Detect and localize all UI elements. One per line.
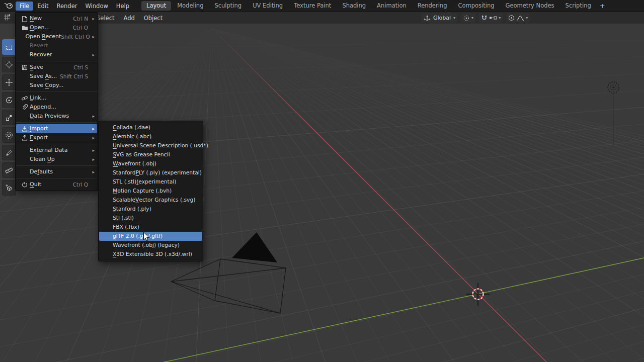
- menu-item-revert[interactable]: Revert: [16, 41, 97, 50]
- tab-scripting[interactable]: Scripting: [560, 1, 596, 11]
- save-icon: [20, 64, 30, 70]
- viewport-menu-object[interactable]: Object: [139, 14, 167, 23]
- menu-item-quit[interactable]: QuitCtrl Q: [16, 180, 97, 189]
- pivot-point-dropdown[interactable]: ▾: [461, 13, 475, 23]
- menu-separator: [16, 178, 97, 178]
- menu-item-label: Save Copy...: [30, 81, 88, 90]
- tool-rotate[interactable]: [2, 92, 16, 108]
- submenu-arrow-icon: ▸: [90, 124, 95, 133]
- viewport-header-controls: Global ▾ ▾ ▾ ▾: [422, 13, 530, 23]
- import-item-alembic-abc[interactable]: Alembic (.abc): [99, 132, 202, 141]
- menubar-item-file[interactable]: File: [16, 2, 33, 11]
- chevron-down-icon: ▾: [471, 16, 473, 20]
- tab-texture-paint[interactable]: Texture Paint: [289, 1, 336, 11]
- proportional-editing-controls: ▾: [506, 13, 530, 23]
- transform-icon: [5, 131, 13, 139]
- tab-animation[interactable]: Animation: [372, 1, 412, 11]
- tool-measure[interactable]: [2, 162, 16, 178]
- tab-geometry-nodes[interactable]: Geometry Nodes: [501, 1, 559, 11]
- blender-logo-icon[interactable]: [4, 3, 13, 9]
- link-icon: [20, 96, 30, 101]
- import-item-stanford-ply[interactable]: Stanford (.ply): [99, 205, 202, 214]
- magnet-icon[interactable]: [481, 15, 488, 21]
- menu-item-save-copy[interactable]: Save Copy...: [16, 81, 97, 90]
- import-item-collada-dae[interactable]: Collada (.dae): [99, 123, 202, 132]
- add-cube-icon: [5, 184, 13, 192]
- tab-uv-editing[interactable]: UV Editing: [248, 1, 288, 11]
- tool-transform[interactable]: [2, 127, 16, 143]
- snap-target-icon[interactable]: [489, 15, 497, 21]
- menu-item-append[interactable]: Append...: [16, 103, 97, 112]
- menubar-item-render[interactable]: Render: [53, 2, 82, 11]
- menu-item-clean-up[interactable]: Clean Up▸: [16, 155, 97, 164]
- import-item-fbx-fbx[interactable]: FBX (.fbx): [99, 223, 202, 232]
- menu-item-label: Revert: [30, 41, 88, 50]
- menu-item-data-previews[interactable]: Data Previews▸: [16, 112, 97, 121]
- menubar-item-window[interactable]: Window: [81, 2, 112, 11]
- menu-item-label: Import: [30, 124, 88, 133]
- tool-move[interactable]: [2, 74, 16, 90]
- menubar-item-edit[interactable]: Edit: [33, 2, 52, 11]
- import-item-universal-scene-description-usd[interactable]: Universal Scene Description (.usd*): [99, 141, 202, 150]
- import-item-motion-capture-bvh[interactable]: Motion Capture (.bvh): [99, 187, 202, 196]
- import-item-stl-stl-experimental[interactable]: STL (.stl) (experimental): [99, 177, 202, 187]
- rotate-icon: [5, 96, 13, 104]
- menu-item-shortcut: Ctrl N: [73, 16, 88, 22]
- editor-type-button[interactable]: [4, 14, 11, 21]
- chevron-down-icon[interactable]: ▾: [499, 16, 501, 20]
- menu-item-recover[interactable]: Recover▸: [16, 50, 97, 59]
- menu-item-open[interactable]: Open...Ctrl O: [16, 23, 97, 32]
- tab-layout[interactable]: Layout: [141, 1, 171, 11]
- menu-item-export[interactable]: Export▸: [16, 133, 97, 142]
- menu-item-shortcut: Shift Ctrl S: [60, 73, 88, 79]
- tab-shading[interactable]: Shading: [337, 1, 371, 11]
- tool-select-box[interactable]: [2, 39, 16, 55]
- tool-cursor[interactable]: [2, 57, 16, 72]
- tool-annotate[interactable]: [2, 145, 16, 160]
- import-item-scalable-vector-graphics-svg[interactable]: Scalable Vector Graphics (.svg): [99, 196, 202, 205]
- menu-item-save[interactable]: SaveCtrl S: [16, 63, 97, 72]
- import-item-svg-as-grease-pencil[interactable]: SVG as Grease Pencil: [99, 150, 202, 159]
- menu-item-label: Clean Up: [30, 155, 88, 164]
- import-item-wavefront-obj[interactable]: Wavefront (.obj): [99, 159, 202, 168]
- cursor-tool-icon: [5, 61, 13, 69]
- menu-item-open-recent[interactable]: Open RecentShift Ctrl O▸: [16, 32, 97, 41]
- menu-item-new[interactable]: NewCtrl N▸: [16, 14, 97, 23]
- chevron-down-icon[interactable]: ▾: [526, 16, 528, 20]
- menubar-item-help[interactable]: Help: [112, 2, 133, 11]
- menu-item-save-as[interactable]: Save As...Shift Ctrl S: [16, 72, 97, 81]
- tab-sculpting[interactable]: Sculpting: [209, 1, 247, 11]
- menu-item-label: New: [30, 14, 73, 23]
- tab-rendering[interactable]: Rendering: [413, 1, 452, 11]
- camera-up-triangle: [232, 232, 277, 262]
- transform-orientation-value: Global: [432, 15, 452, 21]
- proportional-icon[interactable]: [508, 15, 515, 21]
- submenu-arrow-icon: ▸: [90, 146, 95, 155]
- measure-icon: [5, 166, 13, 174]
- submenu-arrow-icon: ▸: [90, 50, 95, 59]
- menu-item-label: Export: [30, 133, 88, 142]
- tab-compositing[interactable]: Compositing: [453, 1, 499, 11]
- falloff-icon[interactable]: [516, 15, 524, 21]
- import-item-stanford-ply-ply-experimental[interactable]: Stanford PLY (.ply) (experimental): [99, 168, 202, 177]
- menu-item-shortcut: Ctrl O: [73, 25, 88, 31]
- menu-item-import[interactable]: Import▸: [16, 124, 97, 133]
- menu-item-label: Quit: [30, 180, 73, 189]
- tab-modeling[interactable]: Modeling: [172, 1, 208, 11]
- menu-item-link[interactable]: Link...: [16, 94, 97, 103]
- menu-separator: [16, 165, 97, 166]
- camera-object: [171, 259, 286, 313]
- viewport-menu-add[interactable]: Add: [119, 14, 139, 23]
- menu-item-external-data[interactable]: External Data▸: [16, 146, 97, 155]
- import-item-x3d-extensible-3d-x3d-wrl[interactable]: X3D Extensible 3D (.x3d/.wrl): [99, 250, 202, 259]
- menu-item-defaults[interactable]: Defaults▸: [16, 167, 97, 176]
- file-new-icon: [20, 16, 30, 22]
- viewport-menu-bar: SelectAddObject: [92, 14, 167, 23]
- import-item-stl-stl[interactable]: Stl (.stl): [99, 214, 202, 223]
- transform-orientation-dropdown[interactable]: Global ▾: [422, 13, 457, 23]
- add-workspace-button[interactable]: +: [596, 2, 609, 10]
- import-icon: [20, 126, 30, 132]
- tool-add-cube[interactable]: [2, 180, 16, 196]
- tool-scale[interactable]: [2, 110, 16, 125]
- snapping-controls: ▾: [479, 13, 503, 23]
